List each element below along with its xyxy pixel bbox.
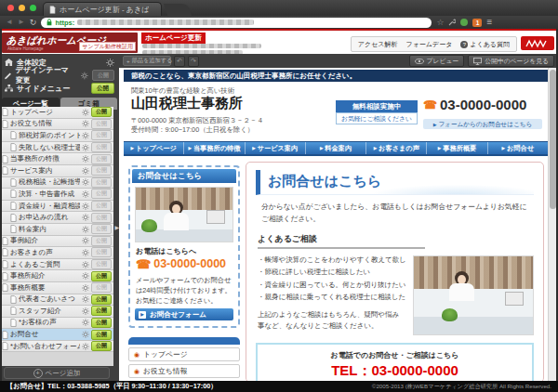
gear-icon[interactable] [82,109,89,116]
gear-icon[interactable] [82,226,89,233]
publish-badge[interactable]: 公開 [91,201,112,211]
page-row[interactable]: 決算・申告書作成 公開 [0,189,113,201]
publish-badge[interactable]: 公開 [91,142,112,152]
minimize-window-button[interactable] [19,5,25,11]
page-row[interactable]: お申込みの流れ 公開 [0,212,113,224]
gear-icon[interactable] [82,331,89,338]
publish-badge[interactable]: 公開 [91,247,112,257]
gear-icon[interactable] [82,167,89,175]
new-tab-button[interactable] [164,4,192,16]
publish-badge[interactable]: 公開 [91,294,112,305]
gear-icon[interactable] [82,203,89,210]
page-row[interactable]: 事例紹介 公開 [0,236,113,248]
publish-badge[interactable]: 公開 [91,330,112,340]
form-data-link[interactable]: フォームデータ [406,40,453,49]
site-nav-item[interactable]: ▶ 事務所概要 [427,142,487,154]
bookmark-star-icon[interactable]: ☆ [436,16,444,29]
page-row[interactable]: 節税対策のポイント 公開 [0,130,113,142]
publish-badge[interactable]: 公開 [91,236,112,246]
page-row[interactable]: *お客様の声 公開 [0,318,113,330]
page-row[interactable]: 当事務所の特徴 公開 [0,153,113,165]
add-part-button[interactable]: + 部品を追加する [123,56,171,66]
gear-icon[interactable] [82,307,89,315]
publish-badge[interactable]: 公開 [91,306,112,316]
publish-badge[interactable]: 公開 [91,165,112,176]
gear-icon[interactable] [106,59,114,67]
zoom-window-button[interactable] [30,5,36,11]
close-window-button[interactable] [7,5,14,11]
contact-form-button[interactable]: ▶ お問合せフォーム [135,308,233,320]
page-row[interactable]: お客さまの声 公開 [0,247,113,259]
publish-badge[interactable]: 公開 [91,119,112,129]
back-icon[interactable]: ◄ [6,16,13,29]
page-row[interactable]: 事務所概要 公開 [0,282,113,294]
publish-badge[interactable]: 公開 [91,154,112,164]
sidebar-item-design-theme[interactable]: デザインテーマ変更 公開 [0,69,119,82]
gear-icon[interactable] [82,343,89,350]
gear-icon[interactable] [82,249,89,256]
sidebar-item-side-menu[interactable]: サイドメニュー 公開 [0,82,119,95]
address-bar[interactable]: https: [41,18,432,28]
gear-icon[interactable] [82,190,89,198]
page-row[interactable]: 失敗しない税理士選び 公開 [0,142,113,154]
gear-icon[interactable] [82,272,89,280]
page-row[interactable]: お問合せ 公開 [0,329,113,341]
undo-icon[interactable]: ↶ [174,56,185,67]
site-nav-item[interactable]: ▶ トップページ [124,142,184,154]
page-row[interactable]: 資金繰り・融資相談 公開 [0,201,113,213]
gear-icon[interactable] [82,319,89,326]
publish-badge[interactable]: 公開 [91,177,112,188]
page-row[interactable]: お役立ち情報 公開 [0,119,113,131]
page-row[interactable]: *お問い合わせフォーム 公開 [0,341,113,353]
preview-button[interactable]: プレビュー [409,55,465,67]
side-menu-item[interactable]: ◉ お役立ち情報 [128,364,240,378]
redo-icon[interactable]: ↷ [188,56,199,67]
access-analytics-link[interactable]: アクセス解析 [358,40,398,49]
gear-icon[interactable] [82,144,89,151]
page-row[interactable]: 代表者ごあいさつ 公開 [0,294,113,307]
publish-badge[interactable]: 公開 [91,341,112,351]
wrench-extension-icon[interactable] [448,19,456,26]
publish-button-disabled[interactable]: 公開 [92,70,114,81]
site-nav-item[interactable]: ▶ サービス案内 [246,142,306,154]
gear-icon[interactable] [82,237,89,244]
browser-menu-icon[interactable]: ≡ [486,16,492,29]
publish-badge[interactable]: 公開 [91,259,112,269]
gear-icon[interactable] [82,284,89,292]
publish-badge[interactable]: 公開 [91,107,112,117]
publish-badge[interactable]: 公開 [91,213,112,223]
publish-badge[interactable]: 公開 [91,130,112,140]
publish-button[interactable]: 公開 [91,83,114,94]
gear-icon[interactable] [82,178,89,186]
forward-icon[interactable]: ► [18,16,25,29]
page-row[interactable]: 事務所紹介 公開 [0,270,113,282]
page-row[interactable]: よくあるご質問 公開 [0,259,113,271]
site-nav-item[interactable]: ▶ 当事務所の特徴 [184,142,245,154]
site-nav-item[interactable]: ▶ お客さまの声 [366,142,427,154]
site-nav-item[interactable]: ▶ お問合せ [488,142,549,154]
gear-icon[interactable] [81,72,88,80]
publish-badge[interactable]: 公開 [91,318,112,328]
page-row[interactable]: サービス案内 公開 [0,165,113,177]
reload-icon[interactable]: ↻ [30,18,37,27]
faq-link[interactable]: ?よくある質問 [460,40,510,49]
gear-icon[interactable] [82,261,89,268]
publish-badge[interactable]: 公開 [91,282,112,293]
gear-icon[interactable] [82,295,89,303]
page-row[interactable]: トップページ 公開 [0,107,113,119]
contact-side-box[interactable]: お問合せはこちら お電話はこちらへ ☎ 03-0000-0000 メールやフォー… [128,165,240,328]
scrollbar-thumb[interactable] [550,70,556,209]
publish-badge[interactable]: 公開 [91,271,112,281]
window-controls[interactable] [7,5,36,11]
page-row[interactable]: 税務相談・記帳指導 公開 [0,177,113,189]
page-row[interactable]: スタッフ紹介 公開 [0,306,113,318]
view-published-button[interactable]: 公開中のページを見る [468,55,554,67]
side-menu-item[interactable]: ◉ トップページ [128,347,240,361]
browser-tab[interactable]: ホームページ更新 - あきば [43,2,162,16]
gear-icon[interactable] [82,120,89,127]
extension-icon[interactable] [460,19,468,26]
page-content-box[interactable]: お問合せはこちら 分からない点がございましたら、お電話もしくはお問合せフォームよ… [246,162,544,381]
site-nav-item[interactable]: ▶ 料金案内 [306,142,366,154]
akibare-logo[interactable]: あきばれホームページ Akibare Homepage サンプル動作検証用 [2,33,138,53]
publish-badge[interactable]: 公開 [91,189,112,199]
